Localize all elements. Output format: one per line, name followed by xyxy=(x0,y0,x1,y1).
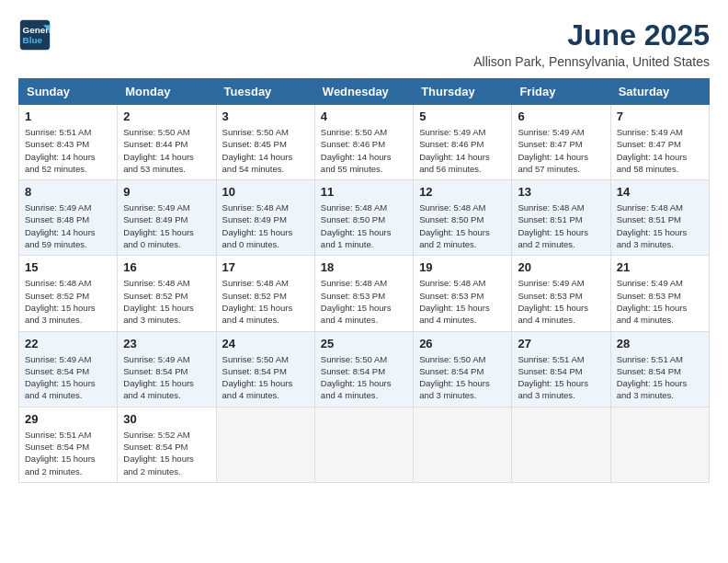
svg-text:Blue: Blue xyxy=(23,35,43,45)
calendar-week-row: 1Sunrise: 5:51 AMSunset: 8:43 PMDaylight… xyxy=(19,105,710,180)
weekday-header-thursday: Thursday xyxy=(414,79,512,105)
calendar-cell: 9Sunrise: 5:49 AMSunset: 8:49 PMDaylight… xyxy=(118,180,216,256)
calendar-cell: 17Sunrise: 5:48 AMSunset: 8:52 PMDayligh… xyxy=(216,256,314,331)
calendar-cell: 27Sunrise: 5:51 AMSunset: 8:54 PMDayligh… xyxy=(512,331,610,407)
day-number: 24 xyxy=(222,337,309,350)
calendar-cell: 1Sunrise: 5:51 AMSunset: 8:43 PMDaylight… xyxy=(19,105,118,180)
calendar-cell: 3Sunrise: 5:50 AMSunset: 8:45 PMDaylight… xyxy=(216,105,314,180)
day-number: 4 xyxy=(321,109,407,123)
calendar-cell: 22Sunrise: 5:49 AMSunset: 8:54 PMDayligh… xyxy=(19,331,118,407)
day-number: 18 xyxy=(321,260,407,274)
cell-content: Sunrise: 5:48 AMSunset: 8:53 PMDaylight:… xyxy=(419,277,506,326)
day-number: 9 xyxy=(123,185,210,199)
calendar-week-row: 15Sunrise: 5:48 AMSunset: 8:52 PMDayligh… xyxy=(19,256,710,331)
day-number: 17 xyxy=(222,260,309,274)
calendar-cell: 5Sunrise: 5:49 AMSunset: 8:46 PMDaylight… xyxy=(414,105,512,180)
day-number: 14 xyxy=(617,185,703,199)
calendar-cell: 8Sunrise: 5:49 AMSunset: 8:48 PMDaylight… xyxy=(19,180,118,256)
day-number: 16 xyxy=(123,260,210,274)
day-number: 5 xyxy=(419,109,506,123)
calendar-cell: 29Sunrise: 5:51 AMSunset: 8:54 PMDayligh… xyxy=(19,407,118,482)
cell-content: Sunrise: 5:48 AMSunset: 8:50 PMDaylight:… xyxy=(419,201,506,250)
day-number: 29 xyxy=(25,412,111,426)
day-number: 26 xyxy=(419,337,506,350)
weekday-header-sunday: Sunday xyxy=(19,79,118,105)
day-number: 2 xyxy=(123,109,210,123)
weekday-header-wednesday: Wednesday xyxy=(314,79,413,105)
calendar-cell xyxy=(512,407,610,482)
day-number: 21 xyxy=(617,260,703,274)
day-number: 27 xyxy=(518,337,604,350)
calendar-cell: 14Sunrise: 5:48 AMSunset: 8:51 PMDayligh… xyxy=(610,180,709,256)
calendar-cell: 26Sunrise: 5:50 AMSunset: 8:54 PMDayligh… xyxy=(414,331,512,407)
title-block: June 2025 Allison Park, Pennsylvania, Un… xyxy=(473,18,710,69)
day-number: 6 xyxy=(518,109,604,123)
cell-content: Sunrise: 5:51 AMSunset: 8:43 PMDaylight:… xyxy=(25,126,111,175)
calendar-cell: 30Sunrise: 5:52 AMSunset: 8:54 PMDayligh… xyxy=(118,407,216,482)
cell-content: Sunrise: 5:49 AMSunset: 8:54 PMDaylight:… xyxy=(123,353,210,402)
calendar-cell: 20Sunrise: 5:49 AMSunset: 8:53 PMDayligh… xyxy=(512,256,610,331)
cell-content: Sunrise: 5:50 AMSunset: 8:44 PMDaylight:… xyxy=(123,126,210,175)
day-number: 19 xyxy=(419,260,506,274)
cell-content: Sunrise: 5:49 AMSunset: 8:46 PMDaylight:… xyxy=(419,126,506,175)
calendar-cell xyxy=(216,407,314,482)
calendar-cell: 15Sunrise: 5:48 AMSunset: 8:52 PMDayligh… xyxy=(19,256,118,331)
day-number: 25 xyxy=(321,337,407,350)
cell-content: Sunrise: 5:49 AMSunset: 8:48 PMDaylight:… xyxy=(25,201,111,250)
cell-content: Sunrise: 5:48 AMSunset: 8:52 PMDaylight:… xyxy=(25,277,111,326)
cell-content: Sunrise: 5:51 AMSunset: 8:54 PMDaylight:… xyxy=(518,353,604,402)
day-number: 30 xyxy=(123,412,210,426)
calendar-cell: 12Sunrise: 5:48 AMSunset: 8:50 PMDayligh… xyxy=(414,180,512,256)
weekday-header-saturday: Saturday xyxy=(610,79,709,105)
calendar-table: SundayMondayTuesdayWednesdayThursdayFrid… xyxy=(18,78,710,483)
calendar-cell: 28Sunrise: 5:51 AMSunset: 8:54 PMDayligh… xyxy=(610,331,709,407)
calendar-cell: 13Sunrise: 5:48 AMSunset: 8:51 PMDayligh… xyxy=(512,180,610,256)
calendar-week-row: 8Sunrise: 5:49 AMSunset: 8:48 PMDaylight… xyxy=(19,180,710,256)
location-subtitle: Allison Park, Pennsylvania, United State… xyxy=(473,54,710,69)
month-year-title: June 2025 xyxy=(473,18,710,52)
calendar-cell: 2Sunrise: 5:50 AMSunset: 8:44 PMDaylight… xyxy=(118,105,216,180)
cell-content: Sunrise: 5:48 AMSunset: 8:49 PMDaylight:… xyxy=(222,201,309,250)
day-number: 12 xyxy=(419,185,506,199)
calendar-cell: 18Sunrise: 5:48 AMSunset: 8:53 PMDayligh… xyxy=(314,256,413,331)
calendar-cell: 24Sunrise: 5:50 AMSunset: 8:54 PMDayligh… xyxy=(216,331,314,407)
cell-content: Sunrise: 5:48 AMSunset: 8:51 PMDaylight:… xyxy=(617,201,703,250)
calendar-cell xyxy=(314,407,413,482)
cell-content: Sunrise: 5:49 AMSunset: 8:53 PMDaylight:… xyxy=(518,277,604,326)
calendar-cell: 16Sunrise: 5:48 AMSunset: 8:52 PMDayligh… xyxy=(118,256,216,331)
cell-content: Sunrise: 5:50 AMSunset: 8:46 PMDaylight:… xyxy=(321,126,407,175)
weekday-header-friday: Friday xyxy=(512,79,610,105)
cell-content: Sunrise: 5:49 AMSunset: 8:53 PMDaylight:… xyxy=(617,277,703,326)
calendar-cell: 23Sunrise: 5:49 AMSunset: 8:54 PMDayligh… xyxy=(118,331,216,407)
calendar-cell: 21Sunrise: 5:49 AMSunset: 8:53 PMDayligh… xyxy=(610,256,709,331)
day-number: 15 xyxy=(25,260,111,274)
cell-content: Sunrise: 5:48 AMSunset: 8:52 PMDaylight:… xyxy=(222,277,309,326)
logo: General Blue xyxy=(18,18,51,52)
cell-content: Sunrise: 5:51 AMSunset: 8:54 PMDaylight:… xyxy=(25,429,111,477)
day-number: 1 xyxy=(25,109,111,123)
cell-content: Sunrise: 5:50 AMSunset: 8:54 PMDaylight:… xyxy=(321,353,407,402)
day-number: 23 xyxy=(123,337,210,350)
day-number: 7 xyxy=(617,109,703,123)
cell-content: Sunrise: 5:49 AMSunset: 8:47 PMDaylight:… xyxy=(617,126,703,175)
day-number: 20 xyxy=(518,260,604,274)
calendar-cell: 19Sunrise: 5:48 AMSunset: 8:53 PMDayligh… xyxy=(414,256,512,331)
cell-content: Sunrise: 5:51 AMSunset: 8:54 PMDaylight:… xyxy=(617,353,703,402)
day-number: 11 xyxy=(321,185,407,199)
calendar-cell: 10Sunrise: 5:48 AMSunset: 8:49 PMDayligh… xyxy=(216,180,314,256)
day-number: 13 xyxy=(518,185,604,199)
cell-content: Sunrise: 5:50 AMSunset: 8:45 PMDaylight:… xyxy=(222,126,309,175)
cell-content: Sunrise: 5:49 AMSunset: 8:47 PMDaylight:… xyxy=(518,126,604,175)
cell-content: Sunrise: 5:48 AMSunset: 8:53 PMDaylight:… xyxy=(321,277,407,326)
cell-content: Sunrise: 5:48 AMSunset: 8:52 PMDaylight:… xyxy=(123,277,210,326)
calendar-cell: 7Sunrise: 5:49 AMSunset: 8:47 PMDaylight… xyxy=(610,105,709,180)
cell-content: Sunrise: 5:49 AMSunset: 8:54 PMDaylight:… xyxy=(25,353,111,402)
day-number: 10 xyxy=(222,185,309,199)
weekday-header-monday: Monday xyxy=(118,79,216,105)
cell-content: Sunrise: 5:50 AMSunset: 8:54 PMDaylight:… xyxy=(222,353,309,402)
weekday-header-tuesday: Tuesday xyxy=(216,79,314,105)
day-number: 3 xyxy=(222,109,309,123)
calendar-week-row: 29Sunrise: 5:51 AMSunset: 8:54 PMDayligh… xyxy=(19,407,710,482)
calendar-cell: 25Sunrise: 5:50 AMSunset: 8:54 PMDayligh… xyxy=(314,331,413,407)
page-header: General Blue June 2025 Allison Park, Pen… xyxy=(18,18,710,69)
